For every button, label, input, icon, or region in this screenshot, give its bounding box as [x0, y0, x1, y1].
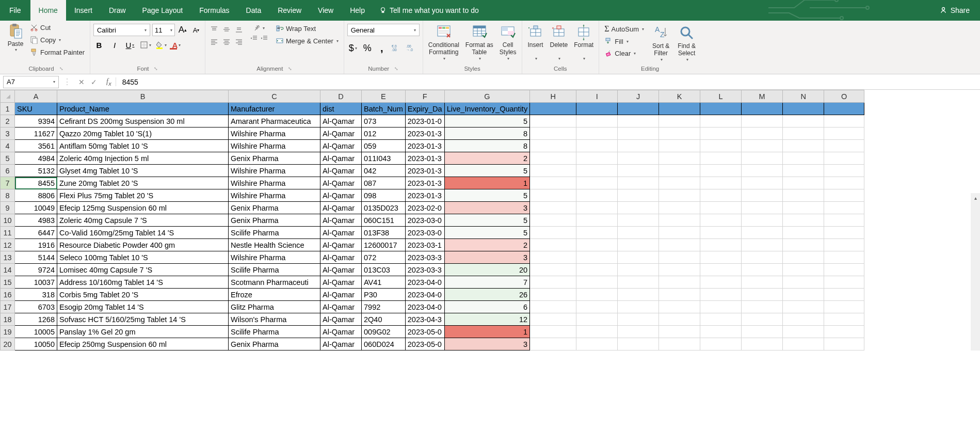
font-name-select[interactable]: Calibri▾ [93, 24, 150, 36]
cell[interactable]: 0135D023 [362, 202, 406, 214]
cell[interactable]: 3 [444, 202, 529, 214]
cell[interactable]: 060D024 [362, 338, 406, 351]
cell[interactable] [742, 165, 783, 177]
cell[interactable] [530, 276, 576, 289]
cell[interactable] [618, 289, 659, 301]
cell[interactable] [659, 239, 700, 251]
cell[interactable] [576, 128, 618, 140]
cell[interactable]: 12 [444, 313, 529, 326]
cell[interactable]: 2023-01-3 [405, 140, 444, 152]
cell[interactable] [659, 152, 700, 165]
cell[interactable] [783, 313, 824, 326]
col-header-L[interactable]: L [700, 90, 742, 103]
orientation-button[interactable]: ab▾ [250, 24, 268, 32]
cell[interactable] [659, 227, 700, 239]
cell[interactable]: 2023-04-0 [405, 276, 444, 289]
row-header[interactable]: 7 [1, 177, 15, 189]
cell[interactable] [576, 338, 618, 351]
cell[interactable] [783, 165, 824, 177]
cell[interactable]: Wilshire Pharma [229, 189, 320, 202]
align-bottom-button[interactable] [233, 24, 245, 35]
select-all-corner[interactable] [1, 90, 15, 103]
cell[interactable] [783, 338, 824, 351]
cell[interactable] [824, 338, 864, 351]
row-header[interactable]: 14 [1, 264, 15, 276]
cell[interactable] [530, 177, 576, 189]
cell[interactable] [742, 326, 783, 338]
cell[interactable] [530, 313, 576, 326]
cell[interactable]: Zune 20mg Tablet 20 'S [57, 177, 229, 189]
cell[interactable] [618, 214, 659, 227]
cell[interactable] [742, 115, 783, 128]
number-launcher[interactable]: ⤡ [394, 66, 398, 71]
cell[interactable] [659, 264, 700, 276]
cell[interactable] [742, 227, 783, 239]
cell[interactable]: 10050 [15, 338, 57, 351]
cell[interactable] [824, 140, 864, 152]
cell[interactable] [576, 289, 618, 301]
tab-formulas[interactable]: Formulas [191, 0, 237, 21]
cell[interactable] [824, 152, 864, 165]
cell[interactable] [576, 264, 618, 276]
row-header[interactable]: 15 [1, 276, 15, 289]
number-format-select[interactable]: General▾ [347, 24, 420, 36]
row-header[interactable]: 12 [1, 239, 15, 251]
cell[interactable]: 098 [362, 189, 406, 202]
cell[interactable]: 2 [444, 152, 529, 165]
increase-indent-button[interactable] [260, 34, 268, 42]
cell[interactable] [783, 140, 824, 152]
cell[interactable]: 2023-01-3 [405, 177, 444, 189]
cell[interactable] [700, 189, 742, 202]
tab-insert[interactable]: Insert [66, 0, 101, 21]
cell[interactable] [700, 152, 742, 165]
cell[interactable] [824, 189, 864, 202]
font-launcher[interactable]: ⤡ [154, 66, 158, 71]
cell[interactable]: dist [320, 103, 362, 115]
row-header[interactable]: 9 [1, 202, 15, 214]
cell[interactable] [742, 289, 783, 301]
cell[interactable]: 2023-04-3 [405, 313, 444, 326]
cell[interactable]: Wilshire Pharma [229, 165, 320, 177]
cell[interactable] [783, 189, 824, 202]
share-button[interactable]: Share [929, 0, 980, 21]
font-color-button[interactable]: A▾ [171, 39, 182, 51]
cell[interactable] [576, 239, 618, 251]
cell[interactable]: Al-Qamar [320, 177, 362, 189]
cell[interactable] [700, 165, 742, 177]
row-header[interactable]: 3 [1, 128, 15, 140]
cell[interactable]: 2023-03-0 [405, 227, 444, 239]
cell[interactable]: Efecip 125mg Suspension 60 ml [57, 202, 229, 214]
row-header[interactable]: 6 [1, 165, 15, 177]
cell[interactable] [618, 313, 659, 326]
cell[interactable] [618, 103, 659, 115]
cell[interactable] [659, 128, 700, 140]
cell[interactable] [700, 128, 742, 140]
cell[interactable] [742, 189, 783, 202]
tab-view[interactable]: View [310, 0, 342, 21]
cell[interactable]: Al-Qamar [320, 128, 362, 140]
cancel-formula-button[interactable]: ✕ [78, 78, 85, 86]
cell[interactable] [742, 338, 783, 351]
cell[interactable]: 11627 [15, 128, 57, 140]
col-header-C[interactable]: C [229, 90, 320, 103]
cell[interactable]: 5144 [15, 251, 57, 264]
cell[interactable] [618, 326, 659, 338]
comma-button[interactable]: , [376, 42, 388, 54]
cell[interactable]: Al-Qamar [320, 227, 362, 239]
decrease-decimal-button[interactable]: .00→.0 [405, 42, 416, 54]
cell[interactable] [742, 301, 783, 313]
cell[interactable]: 013C03 [362, 264, 406, 276]
cell[interactable]: Glyset 4mg Tablet 10 'S [57, 165, 229, 177]
cell[interactable]: Genix Pharma [229, 152, 320, 165]
scroll-up-arrow[interactable]: ▴ [971, 193, 980, 202]
cell[interactable] [742, 214, 783, 227]
cell[interactable]: 8806 [15, 189, 57, 202]
row-header[interactable]: 5 [1, 152, 15, 165]
cell[interactable]: 9394 [15, 115, 57, 128]
cell[interactable]: 2023-01-3 [405, 165, 444, 177]
cell[interactable]: Nestle Health Science [229, 239, 320, 251]
col-header-M[interactable]: M [742, 90, 783, 103]
cell[interactable] [824, 326, 864, 338]
cell[interactable]: Qazzo 20mg Tablet 10 'S(1) [57, 128, 229, 140]
cell[interactable]: Al-Qamar [320, 189, 362, 202]
